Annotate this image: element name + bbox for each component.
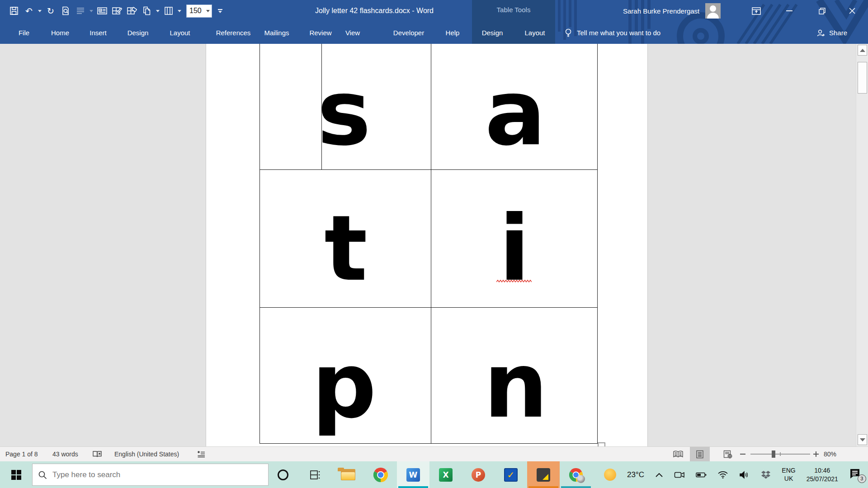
tab-review[interactable]: Review <box>309 22 331 44</box>
action-center-button[interactable]: 3 <box>849 468 864 482</box>
zoom-out-button[interactable] <box>740 447 745 461</box>
avatar[interactable] <box>705 3 721 19</box>
web-layout-button[interactable] <box>718 447 738 461</box>
taskbar-search[interactable] <box>32 464 269 486</box>
account-name[interactable]: Sarah Burke Prendergast <box>623 7 699 15</box>
line-spacing-dropdown-icon[interactable] <box>90 10 93 12</box>
flashcard-letter-a[interactable]: a <box>485 68 546 158</box>
share-button[interactable]: Share <box>816 22 847 44</box>
flashcard-letter-t[interactable]: t <box>324 203 368 294</box>
check-app-icon: ✓ <box>504 468 518 482</box>
save-icon[interactable] <box>8 5 20 17</box>
vertical-scrollbar[interactable] <box>856 44 868 446</box>
redo-icon[interactable]: ↻ <box>45 5 57 17</box>
status-bar: Page 1 of 8 43 words English (United Sta… <box>0 446 868 461</box>
chrome-button[interactable] <box>364 461 397 488</box>
cortana-button[interactable] <box>267 461 299 488</box>
undo-dropdown-icon[interactable] <box>38 10 42 12</box>
tab-layout[interactable]: Layout <box>170 22 190 44</box>
powerpoint-taskbar-button[interactable]: P <box>462 461 495 488</box>
tab-insert[interactable]: Insert <box>90 22 107 44</box>
undo-icon[interactable]: ↶ <box>23 5 35 17</box>
flashcard-letter-n[interactable]: n <box>484 340 548 431</box>
scroll-up-button[interactable] <box>858 45 867 56</box>
excel-taskbar-button[interactable]: X <box>429 461 462 488</box>
notes-app-button[interactable] <box>527 461 560 488</box>
table-row-line-3 <box>259 443 598 444</box>
macro-recording-icon[interactable] <box>197 447 205 461</box>
tab-developer[interactable]: Developer <box>393 22 424 44</box>
customize-qat-icon[interactable] <box>218 9 222 13</box>
print-preview-icon[interactable] <box>60 5 71 17</box>
zoom-in-button[interactable] <box>813 447 819 461</box>
wifi-icon[interactable] <box>717 471 728 479</box>
chrome-icon <box>373 468 388 482</box>
page-indicator[interactable]: Page 1 of 8 <box>5 447 38 461</box>
font-size-dropdown-icon[interactable] <box>206 10 210 12</box>
language-region: UK <box>782 475 795 483</box>
restore-button[interactable] <box>811 0 832 22</box>
font-size-input[interactable] <box>189 7 205 15</box>
tab-references[interactable]: References <box>216 22 251 44</box>
file-explorer-button[interactable] <box>332 461 364 488</box>
tab-home[interactable]: Home <box>51 22 69 44</box>
tab-table-tools-layout[interactable]: Layout <box>524 22 545 44</box>
tab-design[interactable]: Design <box>127 22 149 44</box>
chrome-profile-button[interactable] <box>560 461 592 488</box>
draw-table-icon[interactable] <box>111 5 123 17</box>
tab-file[interactable]: File <box>19 22 29 44</box>
share-person-icon <box>816 29 826 37</box>
tab-mailings[interactable]: Mailings <box>264 22 289 44</box>
check-app-button[interactable]: ✓ <box>495 461 527 488</box>
table-columns-icon[interactable] <box>163 5 175 17</box>
tell-me-box[interactable]: Tell me what you want to do <box>564 22 660 44</box>
system-tray: 23°C <box>604 461 864 488</box>
account-area[interactable]: Sarah Burke Prendergast <box>623 0 721 22</box>
proofing-errors-icon[interactable] <box>92 447 102 461</box>
print-layout-button[interactable] <box>690 447 710 461</box>
language-tray-indicator[interactable]: ENG UK <box>782 467 795 483</box>
ribbon-display-options-button[interactable] <box>746 0 767 22</box>
tab-view[interactable]: View <box>345 22 360 44</box>
temperature[interactable]: 23°C <box>627 470 644 479</box>
table-eraser-icon[interactable] <box>126 5 138 17</box>
meet-now-camera-icon[interactable] <box>674 471 685 479</box>
close-button[interactable] <box>842 0 863 22</box>
search-input[interactable] <box>52 470 251 479</box>
word-icon: W <box>406 468 420 482</box>
word-taskbar-button[interactable]: W <box>397 461 429 488</box>
scrollbar-thumb[interactable] <box>858 62 867 94</box>
weather-sun-icon[interactable] <box>604 469 616 481</box>
battery-icon[interactable] <box>696 471 707 479</box>
tell-me-label: Tell me what you want to do <box>577 29 660 37</box>
language-indicator[interactable]: English (United States) <box>114 447 179 461</box>
zoom-slider-thumb[interactable] <box>772 450 775 458</box>
tab-table-tools-design[interactable]: Design <box>482 22 503 44</box>
notification-count-badge: 3 <box>858 474 866 483</box>
dropbox-icon[interactable] <box>761 470 771 479</box>
zoom-level[interactable]: 80% <box>824 447 836 461</box>
read-mode-button[interactable] <box>668 447 688 461</box>
chrome-active-indicator <box>561 486 591 488</box>
flashcard-letter-s[interactable]: s <box>317 68 371 158</box>
flashcard-letter-p[interactable]: p <box>311 340 376 431</box>
tab-help[interactable]: Help <box>446 22 460 44</box>
word-count[interactable]: 43 words <box>52 447 78 461</box>
clock[interactable]: 10:46 25/07/2021 <box>807 466 838 483</box>
scroll-down-button[interactable] <box>858 434 867 445</box>
font-size-box[interactable] <box>186 5 212 18</box>
document-page[interactable]: s a t i p n <box>206 44 648 446</box>
tray-overflow-chevron-icon[interactable] <box>655 472 663 478</box>
minimize-button[interactable] <box>779 0 800 22</box>
table-columns-dropdown-icon[interactable] <box>178 10 181 12</box>
ribbon-tabs: File Home Insert Design Layout Reference… <box>0 22 868 44</box>
table-resize-handle[interactable] <box>598 442 605 446</box>
volume-icon[interactable] <box>739 471 750 479</box>
start-button[interactable] <box>5 461 27 488</box>
desktop: Table Tools ↶ ↻ <box>0 0 868 488</box>
task-view-button[interactable] <box>299 461 332 488</box>
copy-dropdown-icon[interactable] <box>156 10 160 12</box>
address-block-icon[interactable]: A <box>96 5 108 17</box>
copy-icon[interactable] <box>141 5 153 17</box>
line-spacing-icon[interactable] <box>75 5 86 17</box>
